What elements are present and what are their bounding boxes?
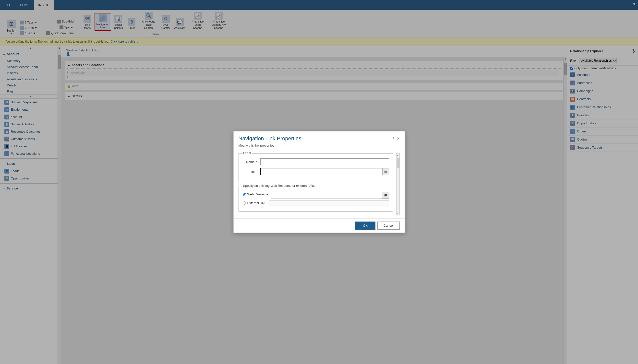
external-url-label: External URL [247, 201, 266, 205]
icon-field-row: Icon ⊞ [243, 168, 389, 175]
modal-cancel-btn[interactable]: Cancel [377, 222, 399, 230]
name-field-label: Name * [243, 160, 257, 164]
modal-close-btn[interactable]: × [397, 136, 400, 141]
label-fieldset: Label Name * Icon ⊞ [239, 153, 393, 182]
external-url-input-container [269, 200, 389, 207]
modal-footer: OK Cancel [234, 218, 405, 232]
external-url-radio-option: External URL [243, 201, 266, 205]
modal-overlay[interactable]: Navigation Link Properties ? × Modify th… [0, 0, 638, 364]
name-field-input[interactable] [260, 158, 389, 165]
icon-field-label: Icon [243, 170, 257, 174]
modal-ok-btn[interactable]: OK [355, 222, 375, 230]
web-resource-label: Web Resource [247, 192, 268, 196]
url-fieldset: Specify an existing Web Resource or exte… [239, 186, 393, 212]
modal-subtitle: Modify this link properties [234, 144, 405, 150]
web-resource-radio-option: Web Resource [243, 192, 268, 196]
url-legend: Specify an existing Web Resource or exte… [242, 184, 316, 188]
external-url-row: External URL [243, 200, 389, 207]
external-url-radio[interactable] [243, 202, 246, 205]
modal-header-actions: ? × [392, 136, 400, 141]
web-resource-input[interactable] [271, 192, 382, 198]
modal-scroll-track [396, 157, 399, 212]
modal-body: Label Name * Icon ⊞ [234, 150, 405, 218]
modal-title: Navigation Link Properties [239, 135, 301, 142]
web-resource-input-container: ⊞ [271, 192, 389, 198]
modal-help-btn[interactable]: ? [392, 136, 394, 141]
name-required-marker: * [256, 160, 257, 164]
modal-scroll-up-arrow[interactable]: ▲ [396, 154, 399, 157]
web-resource-radio[interactable] [243, 193, 246, 196]
modal-scroll-down-arrow[interactable]: ▼ [396, 212, 399, 215]
external-url-input[interactable] [269, 200, 389, 207]
external-url-option-row: External URL [243, 200, 389, 207]
icon-field-input[interactable] [260, 168, 382, 175]
name-field-row: Name * [243, 158, 389, 165]
modal-body-inner: Label Name * Icon ⊞ [239, 153, 393, 216]
web-resource-row: Web Resource ⊞ [243, 192, 389, 198]
modal-scrollbar[interactable]: ▲ ▼ [396, 153, 400, 216]
web-resource-option-row: Web Resource ⊞ [243, 192, 389, 198]
modal-scroll-thumb[interactable] [397, 158, 399, 168]
icon-field-container: ⊞ [260, 168, 389, 175]
label-legend: Label [242, 151, 253, 155]
navigation-link-properties-modal: Navigation Link Properties ? × Modify th… [233, 131, 405, 233]
icon-browse-btn[interactable]: ⊞ [382, 168, 389, 175]
web-resource-browse-btn[interactable]: ⊞ [382, 192, 389, 198]
modal-header: Navigation Link Properties ? × [234, 132, 405, 144]
